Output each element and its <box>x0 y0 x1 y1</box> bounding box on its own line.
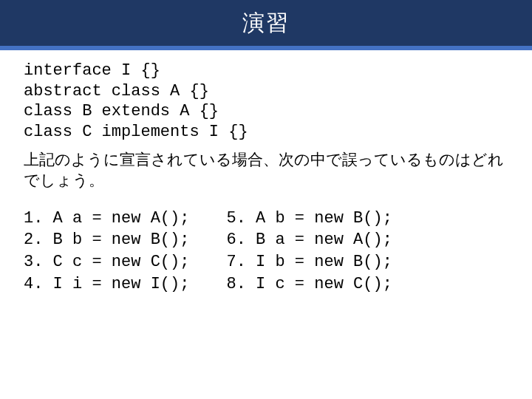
question-text: 上記のように宣言されている場合、次の中で誤っているものはどれでしょう。 <box>24 149 508 191</box>
options-column-right: 5. A b = new B(); 6. B a = new A(); 7. I… <box>226 208 392 296</box>
options-container: 1. A a = new A(); 2. B b = new B(); 3. C… <box>24 208 508 296</box>
title-bar: 演習 <box>0 0 532 46</box>
content-area: interface I {} abstract class A {} class… <box>0 50 532 295</box>
code-declarations: interface I {} abstract class A {} class… <box>24 61 508 142</box>
slide-title: 演習 <box>242 8 290 38</box>
options-column-left: 1. A a = new A(); 2. B b = new B(); 3. C… <box>24 208 189 296</box>
